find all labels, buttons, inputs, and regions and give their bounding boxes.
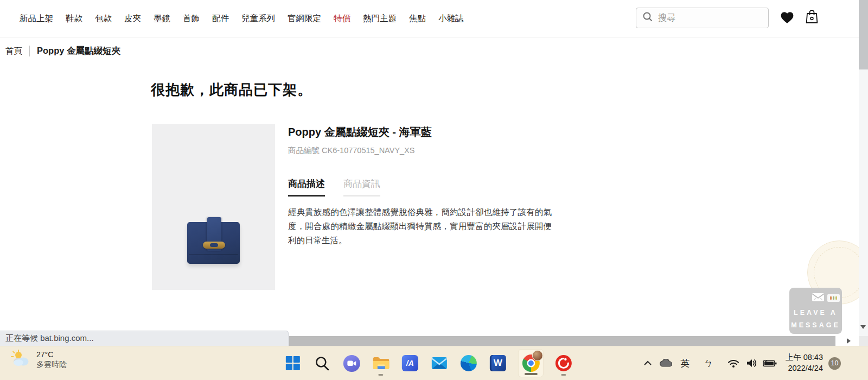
product-description-text: 經典貴族感的色澤讓整體感覺脫俗典雅，簡約設計卻也維持了該有的氣度，開合處的精緻金… [288, 205, 552, 248]
nav-item-accessories[interactable]: 配件 [212, 13, 229, 24]
file-explorer-icon[interactable] [372, 349, 390, 377]
search-input[interactable] [658, 13, 756, 23]
chat-widget-logo [827, 294, 840, 302]
chrome-icon-active[interactable] [518, 349, 544, 377]
breadcrumb-current-page: Poppy 金屬點綴短夾 [37, 45, 120, 57]
product-tabs: 商品描述 商品資訊 [288, 178, 380, 197]
nav-item-bags[interactable]: 包款 [95, 13, 112, 24]
battery-charging-icon[interactable] [763, 359, 777, 368]
word-icon[interactable]: W [489, 349, 507, 377]
windows-taskbar: 27°C 多雲時陰 /A [0, 346, 868, 380]
nav-item-magazine[interactable]: 小雜誌 [438, 13, 464, 24]
shopping-bag-icon[interactable] [805, 9, 819, 27]
nav-item-trending[interactable]: 熱門主題 [363, 13, 397, 24]
nav-item-wallets[interactable]: 皮夾 [124, 13, 141, 24]
vertical-scrollbar-thumb[interactable] [859, 0, 868, 69]
teams-chat-icon[interactable] [342, 349, 361, 377]
vertical-scrollbar[interactable] [859, 0, 868, 336]
product-image [152, 124, 275, 290]
taskbar-search-icon[interactable] [313, 349, 331, 377]
weather-condition: 多雲時陰 [36, 359, 67, 369]
nav-item-sunglasses[interactable]: 墨鏡 [154, 13, 170, 24]
wishlist-heart-icon[interactable] [780, 11, 794, 26]
main-nav: 新品上架 鞋款 包款 皮夾 墨鏡 首飾 配件 兒童系列 官網限定 特價 熱門主題… [20, 0, 464, 37]
nav-item-shoes[interactable]: 鞋款 [66, 13, 82, 24]
system-tray: 英 ㄅ 上午 08:43 2022/4/24 10 [643, 346, 841, 380]
navy-wallet-illustration [187, 217, 240, 264]
chrome-profile-avatar [532, 350, 543, 361]
leave-a-message-widget[interactable]: LEAVE A MESSAGE [789, 288, 842, 334]
volume-icon[interactable] [746, 358, 757, 368]
chevron-up-icon[interactable] [643, 360, 652, 366]
nav-item-jewelry[interactable]: 首飾 [183, 13, 200, 24]
ime-mode-indicator[interactable]: ㄅ [704, 357, 713, 370]
scroll-right-arrow-icon[interactable] [847, 338, 851, 344]
input-language-indicator[interactable]: 英 [680, 357, 690, 370]
product-title: Poppy 金屬點綴短夾 - 海軍藍 [288, 125, 431, 140]
site-header: 新品上架 鞋款 包款 皮夾 墨鏡 首飾 配件 兒童系列 官網限定 特價 熱門主題… [0, 0, 859, 37]
wifi-icon[interactable] [727, 359, 739, 368]
nav-item-sale[interactable]: 特價 [334, 13, 350, 24]
taskbar-weather-widget[interactable]: 27°C 多雲時陰 [11, 350, 67, 369]
nav-item-new-arrivals[interactable]: 新品上架 [20, 13, 53, 24]
breadcrumb-separator [29, 46, 30, 56]
partly-cloudy-icon [11, 350, 31, 369]
search-icon [642, 11, 653, 24]
envelope-icon [812, 293, 825, 304]
breadcrumb-home-link[interactable]: 首頁 [5, 46, 22, 57]
start-button[interactable] [284, 349, 302, 377]
unavailable-product-heading: 很抱歉，此商品已下架。 [151, 80, 312, 99]
product-sku: 商品編號 CK6-10770515_NAVY_XS [288, 145, 414, 156]
edge-icon[interactable] [459, 349, 478, 377]
mail-icon[interactable] [430, 349, 449, 377]
horizontal-scrollbar-thumb[interactable] [289, 336, 835, 346]
scroll-down-arrow-icon[interactable] [860, 325, 866, 329]
trend-micro-icon[interactable] [554, 349, 573, 377]
breadcrumb: 首頁 Poppy 金屬點綴短夾 [5, 45, 120, 57]
nav-item-kids[interactable]: 兒童系列 [241, 13, 275, 24]
nav-item-spotlight[interactable]: 焦點 [409, 13, 426, 24]
gold-buckle [203, 242, 225, 249]
clock-time: 上午 08:43 [786, 352, 823, 363]
page: 新品上架 鞋款 包款 皮夾 墨鏡 首飾 配件 兒童系列 官網限定 特價 熱門主題… [0, 0, 868, 380]
notification-count-badge[interactable]: 10 [828, 357, 841, 370]
chrome-running-indicator [524, 373, 537, 375]
search-box[interactable] [636, 8, 769, 28]
taskbar-app-icons: /A W [284, 346, 573, 380]
nav-item-online-exclusive[interactable]: 官網限定 [288, 13, 321, 24]
browser-status-bar: 正在等候 bat.bing.com... [0, 331, 289, 346]
tab-product-info[interactable]: 商品資訊 [343, 178, 380, 197]
chat-widget-label-line1: LEAVE A [789, 309, 842, 316]
chat-widget-label-line2: MESSAGE [789, 321, 842, 329]
taskbar-clock[interactable]: 上午 08:43 2022/4/24 [786, 352, 823, 373]
weather-temperature: 27°C [36, 350, 67, 359]
clock-date: 2022/4/24 [786, 363, 823, 374]
scrollbar-corner [859, 336, 868, 346]
tab-product-description[interactable]: 商品描述 [288, 178, 325, 197]
blue-a-app-icon[interactable]: /A [401, 349, 419, 377]
onedrive-cloud-icon[interactable] [660, 359, 673, 368]
